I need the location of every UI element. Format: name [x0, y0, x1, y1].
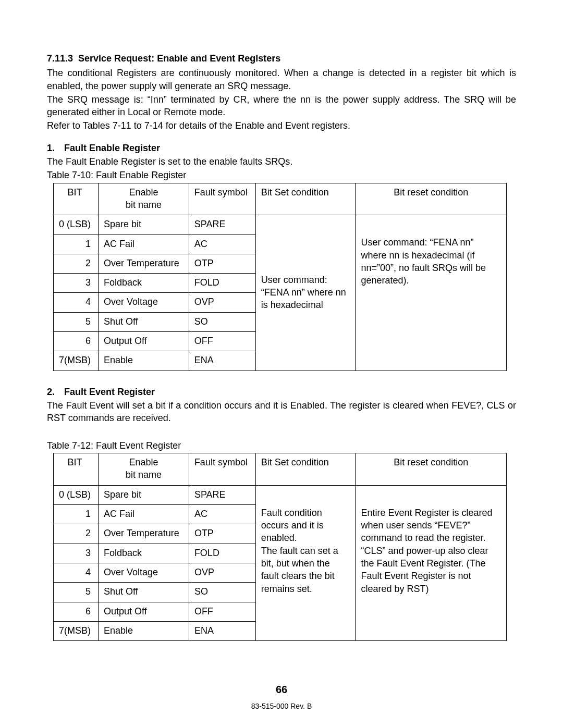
cell-symbol: FOLD	[189, 274, 255, 293]
col-header-name-top: Enable	[129, 187, 158, 198]
col-header-name: Enable bit name	[99, 183, 189, 215]
cell-symbol: OFF	[189, 602, 255, 621]
cell-name: AC Fail	[99, 235, 189, 254]
section-number: 7.11.3	[47, 53, 73, 64]
cell-bit: 6	[54, 602, 99, 621]
cell-name: AC Fail	[99, 505, 189, 524]
table-2-caption: Table 7-12: Fault Event Register	[47, 439, 516, 452]
cell-name: Foldback	[99, 544, 189, 563]
cell-bit: 2	[54, 524, 99, 544]
cell-symbol: OFF	[189, 332, 255, 351]
cell-bit: 5	[54, 312, 99, 331]
cell-name: Enable	[99, 351, 189, 371]
col-header-symbol: Fault symbol	[189, 183, 255, 215]
cell-bit: 3	[54, 544, 99, 563]
section-title-text: Service Request: Enable and Event Regist…	[78, 53, 280, 64]
cell-bit: 0 (LSB)	[54, 215, 99, 235]
section-para-3: Refer to Tables 7-11 to 7-14 for details…	[47, 119, 516, 132]
cell-bit: 4	[54, 563, 99, 582]
table-1-caption: Table 7-10: Fault Enable Register	[47, 169, 516, 181]
cell-name: Shut Off	[99, 583, 189, 602]
cell-symbol: SPARE	[189, 485, 255, 504]
cell-bit: 2	[54, 254, 99, 273]
cell-symbol: ENA	[189, 351, 255, 371]
table-row: BIT Enable bit name Fault symbol Bit Set…	[54, 183, 507, 215]
col-header-name: Enable bit name	[99, 453, 189, 486]
cell-symbol: OTP	[189, 524, 255, 544]
cell-bit: 3	[54, 274, 99, 293]
cell-symbol: SO	[189, 583, 255, 602]
col-header-name-bot: bit name	[126, 470, 162, 480]
col-header-set: Bit Set condition	[255, 453, 356, 486]
subsection-2-title: Fault Event Register	[64, 387, 155, 397]
cell-bit: 1	[54, 235, 99, 254]
table-1-wrapper: BIT Enable bit name Fault symbol Bit Set…	[47, 183, 516, 371]
cell-name: Over Temperature	[99, 524, 189, 544]
table-2-wrapper: BIT Enable bit name Fault symbol Bit Set…	[47, 453, 516, 641]
col-header-name-top: Enable	[129, 457, 158, 467]
cell-symbol: OVP	[189, 563, 255, 582]
col-header-reset: Bit reset condition	[356, 453, 507, 486]
cell-reset-condition: User command: “FENA nn” where nn is hexa…	[356, 215, 507, 371]
cell-bit: 6	[54, 332, 99, 351]
cell-symbol: ENA	[189, 621, 255, 640]
cell-name: Over Temperature	[99, 254, 189, 273]
document-revision: 83-515-000 Rev. B	[0, 701, 563, 711]
fault-event-register-table: BIT Enable bit name Fault symbol Bit Set…	[53, 453, 507, 641]
col-header-bit: BIT	[54, 453, 99, 486]
subsection-2-desc: The Fault Event will set a bit if a cond…	[47, 399, 516, 425]
cell-set-condition: Fault condition occurs and it is enabled…	[255, 485, 356, 640]
cell-name: Foldback	[99, 274, 189, 293]
cell-symbol: AC	[189, 505, 255, 524]
cell-symbol: FOLD	[189, 544, 255, 563]
cell-bit: 5	[54, 583, 99, 602]
fault-enable-register-table: BIT Enable bit name Fault symbol Bit Set…	[53, 183, 507, 371]
cell-name: Shut Off	[99, 312, 189, 331]
table-row: 0 (LSB) Spare bit SPARE User command: “F…	[54, 215, 507, 235]
cell-bit: 4	[54, 293, 99, 312]
table-row: BIT Enable bit name Fault symbol Bit Set…	[54, 453, 507, 486]
cell-symbol: SO	[189, 312, 255, 331]
cell-name: Spare bit	[99, 215, 189, 235]
cell-name: Over Voltage	[99, 293, 189, 312]
col-header-set: Bit Set condition	[255, 183, 356, 215]
cell-symbol: SPARE	[189, 215, 255, 235]
cell-bit: 0 (LSB)	[54, 485, 99, 504]
col-header-symbol: Fault symbol	[189, 453, 255, 486]
cell-bit: 7(MSB)	[54, 621, 99, 640]
cell-name: Output Off	[99, 332, 189, 351]
cell-symbol: OTP	[189, 254, 255, 273]
section-para-1: The conditional Registers are continuous…	[47, 67, 516, 92]
table-row: 0 (LSB) Spare bit SPARE Fault condition …	[54, 485, 507, 504]
col-header-bit: BIT	[54, 183, 99, 215]
cell-name: Enable	[99, 621, 189, 640]
cell-name: Over Voltage	[99, 563, 189, 582]
subsection-1-desc: The Fault Enable Register is set to the …	[47, 155, 516, 168]
col-header-name-bot: bit name	[126, 200, 162, 210]
cell-symbol: AC	[189, 235, 255, 254]
subsection-2-heading: 2. Fault Event Register	[47, 386, 516, 398]
cell-symbol: OVP	[189, 293, 255, 312]
subsection-1-number: 1.	[47, 142, 62, 154]
section-para-2: The SRQ message is: “Inn” terminated by …	[47, 93, 516, 119]
section-heading: 7.11.3 Service Request: Enable and Event…	[47, 52, 516, 65]
subsection-1-title: Fault Enable Register	[64, 143, 160, 153]
cell-name: Output Off	[99, 602, 189, 621]
cell-reset-condition: Entire Event Register is cleared when us…	[356, 485, 507, 640]
subsection-2-number: 2.	[47, 386, 62, 398]
cell-bit: 7(MSB)	[54, 351, 99, 371]
cell-set-condition: User command: “FENA nn” where nn is hexa…	[255, 215, 356, 371]
cell-name: Spare bit	[99, 485, 189, 504]
cell-bit: 1	[54, 505, 99, 524]
page-number: 66	[0, 683, 563, 697]
col-header-reset: Bit reset condition	[356, 183, 507, 215]
subsection-1-heading: 1. Fault Enable Register	[47, 142, 516, 154]
